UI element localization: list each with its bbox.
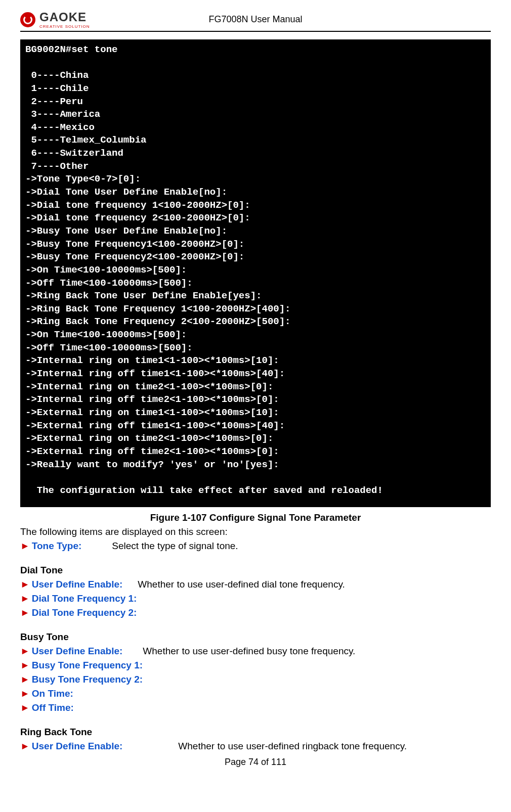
logo: GAOKE CREATIVE SOLUTION [20,10,90,29]
arrow-icon: ► [20,660,30,671]
intro-text: The following items are displayed on thi… [20,526,491,537]
param-label: User Define Enable: [32,579,123,590]
param-label: Tone Type: [32,540,82,552]
param-dial-ude: ► User Define Enable: Whether to use use… [20,579,491,590]
terminal-screenshot: BG9002N#set tone 0----China 1----Chile 2… [20,39,491,507]
param-label: On Time: [32,688,73,699]
arrow-icon: ► [20,688,30,699]
param-label: Busy Tone Frequency 2: [32,674,143,685]
param-label: Busy Tone Frequency 1: [32,660,143,671]
param-dial-f2: ► Dial Tone Frequency 2: [20,607,491,618]
manual-title: FG7008N User Manual [208,14,302,25]
param-desc: Select the type of signal tone. [112,540,238,552]
param-busy-offtime: ► Off Time: [20,702,491,713]
arrow-icon: ► [20,607,30,618]
param-busy-ontime: ► On Time: [20,688,491,699]
param-desc: Whether to use user-defined dial tone fr… [138,579,345,590]
arrow-icon: ► [20,741,30,752]
param-dial-f1: ► Dial Tone Frequency 1: [20,593,491,604]
arrow-icon: ► [20,674,30,685]
arrow-icon: ► [20,579,30,590]
param-busy-f1: ► Busy Tone Frequency 1: [20,660,491,671]
param-label: Off Time: [32,702,74,713]
arrow-icon: ► [20,540,30,552]
param-label: Dial Tone Frequency 2: [32,607,137,618]
param-desc: Whether to use user-defined ringback ton… [178,741,407,752]
section-busy-tone: Busy Tone [20,631,491,643]
param-label: User Define Enable: [32,646,123,657]
param-busy-f2: ► Busy Tone Frequency 2: [20,674,491,685]
logo-brand: GAOKE [39,10,90,24]
section-ringback-tone: Ring Back Tone [20,727,491,738]
logo-tagline: CREATIVE SOLUTION [39,24,90,29]
page-header: GAOKE CREATIVE SOLUTION FG7008N User Man… [20,10,491,32]
param-label: User Define Enable: [32,741,123,752]
figure-caption: Figure 1-107 Configure Signal Tone Param… [20,512,491,523]
param-tone-type: ► Tone Type: Select the type of signal t… [20,540,491,552]
param-busy-ude: ► User Define Enable: Whether to use use… [20,646,491,657]
arrow-icon: ► [20,646,30,657]
logo-icon [20,12,35,27]
page-footer: Page 74 of 111 [20,757,491,768]
arrow-icon: ► [20,593,30,604]
param-ringback-ude: ► User Define Enable: Whether to use use… [20,741,491,752]
arrow-icon: ► [20,702,30,713]
param-label: Dial Tone Frequency 1: [32,593,137,604]
section-dial-tone: Dial Tone [20,565,491,576]
param-desc: Whether to use user-defined busy tone fr… [143,646,355,657]
